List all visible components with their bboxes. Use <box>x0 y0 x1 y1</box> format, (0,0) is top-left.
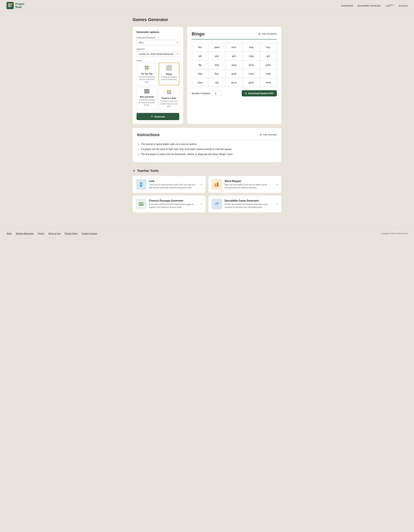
svg-rect-22 <box>144 91 150 92</box>
generator-panel-title: Generator options <box>137 31 179 34</box>
svg-point-30 <box>167 93 168 94</box>
bingo-cell: flex <box>192 43 208 52</box>
footer-link-terms[interactable]: Terms of Use <box>48 232 61 235</box>
tool-card-word-mapper[interactable]: Word Mapper Map any decodable word into … <box>208 176 281 193</box>
footer-link-privacy[interactable]: Privacy Policy <box>65 232 78 235</box>
tool-card-decodable-game[interactable]: Decodable Game Generator Create decodabl… <box>208 196 281 212</box>
tool-info-decodable-game: Decodable Game Generator Create decodabl… <box>225 199 273 209</box>
instruction-item: The teacher or game leader calls out a w… <box>141 142 277 146</box>
tictactoe-title: Tic Tac Toe <box>138 73 156 75</box>
nav-decodable-generator[interactable]: Decodable Generator <box>358 4 381 7</box>
footer-link-pricing[interactable]: Pricing <box>38 232 44 235</box>
footer-link-teacher-resources[interactable]: Teacher Resources <box>16 232 34 235</box>
bingo-cell: slop <box>192 69 208 78</box>
svg-point-15 <box>167 67 168 68</box>
bingo-cell: drum <box>225 78 243 87</box>
bingo-cell: plot <box>208 52 225 61</box>
tool-info-lola: Lola Lola is an AI instructional coach t… <box>149 180 197 189</box>
svg-rect-3 <box>8 6 12 7</box>
tool-info-word-mapper: Word Mapper Map any decodable word into … <box>225 180 273 189</box>
svg-point-32 <box>170 93 171 94</box>
tool-arrow-decodable-game: → <box>275 202 278 206</box>
download-button[interactable]: ⬇ Download Student PDF <box>242 90 277 96</box>
svg-point-45 <box>217 202 219 204</box>
game-grid: X Tic Tac Toe The first to get three wor… <box>137 63 179 110</box>
generate-button[interactable]: ✦ Generate <box>137 113 179 120</box>
bingo-cell: drip <box>208 61 225 69</box>
students-icon <box>258 33 261 35</box>
bingo-cell: help <box>243 43 260 52</box>
svg-point-38 <box>141 183 142 184</box>
logo-icon <box>7 2 14 9</box>
tool-name-word-mapper: Word Mapper <box>225 180 273 183</box>
rollandread-title: Roll and Read <box>138 96 156 98</box>
svg-point-24 <box>167 90 168 91</box>
tool-icon-lola <box>136 179 146 190</box>
footer-link-refer[interactable]: Refer <box>7 232 12 235</box>
game-card-rollandread[interactable]: Roll and Read Roll and try reading all w… <box>137 87 157 110</box>
bingo-header: Bingo FOR STUDENTS <box>192 31 277 37</box>
download-label: Download Student PDF <box>248 92 273 95</box>
bingo-panel: Bingo FOR STUDENTS flexplantbrimhelpflop… <box>187 27 281 124</box>
bingo-icon <box>160 65 178 72</box>
svg-point-33 <box>259 33 260 34</box>
svg-point-10 <box>146 67 148 68</box>
objective-select[interactable]: Lesson 41: Short Vowel Advanced Review <box>137 51 179 57</box>
tool-desc-word-mapper: Map any decodable word into its letter-s… <box>225 183 273 189</box>
for-students-badge: FOR STUDENTS <box>258 33 277 35</box>
rollandread-desc: Roll and try reading all words in a colu… <box>138 99 156 106</box>
footer-links: ReferTeacher ResourcesPricingTerms of Us… <box>7 232 97 235</box>
scope-label: Scope and Sequence <box>137 37 179 39</box>
bingo-cell: grub <box>225 69 243 78</box>
generator-panel: Generator options Scope and Sequence UFL… <box>133 27 183 124</box>
tool-desc-lola: Lola is an AI instructional coach that c… <box>149 183 197 189</box>
footer-copyright: Copyright ©2024 Project Read <box>381 232 407 235</box>
instructions-list: The teacher or game leader calls out a w… <box>137 142 277 156</box>
bingo-cell: flax <box>208 69 225 78</box>
tool-name-lola: Lola <box>149 180 197 183</box>
bingo-cell: bred <box>243 61 260 69</box>
game-label: Game <box>137 59 179 62</box>
bingo-cell: clip <box>208 78 225 87</box>
players-input[interactable] <box>212 91 222 96</box>
svg-point-29 <box>170 92 171 93</box>
page-title: Games Generator <box>133 17 281 22</box>
bingo-cell: melt <box>260 69 277 78</box>
svg-text:X: X <box>145 65 146 67</box>
game-card-tictactoe[interactable]: X Tic Tac Toe The first to get three wor… <box>137 63 157 85</box>
bingo-cell: plum <box>243 78 260 87</box>
instructions-panel: Instructions FOR TEACHER The teacher or … <box>133 128 281 162</box>
readinarow-desc: The first to cover four of their chips i… <box>160 100 178 107</box>
game-card-readinarow[interactable]: Read in a Row The first to cover four of… <box>159 87 179 110</box>
svg-point-28 <box>169 92 170 93</box>
svg-point-20 <box>170 69 171 70</box>
bingo-cell: slit <box>192 52 208 61</box>
logo[interactable]: Project Read <box>7 2 24 9</box>
objective-label: Objective <box>137 48 179 50</box>
players-label: Number of players <box>192 92 210 95</box>
game-card-bingo[interactable]: Bingo The first to complete a line of wo… <box>159 63 179 85</box>
tool-card-fluency-passage[interactable]: Fluency Passage Generator Generate custo… <box>133 196 206 212</box>
nav-lola[interactable]: LolaBETA <box>386 4 394 7</box>
instructions-header: Instructions FOR TEACHER <box>137 133 277 137</box>
tool-info-fluency-passage: Fluency Passage Generator Generate custo… <box>149 199 197 209</box>
svg-point-31 <box>169 93 170 94</box>
tool-arrow-word-mapper: → <box>275 183 278 186</box>
tool-desc-decodable-game: Create decodable word games that allow y… <box>225 203 273 209</box>
svg-point-4 <box>11 3 13 5</box>
footer-link-contact[interactable]: Contact Support <box>82 232 97 235</box>
tool-icon-decodable-game <box>212 199 222 209</box>
nav: Dashboard Decodable Generator LolaBETA A… <box>341 4 407 7</box>
bingo-card-title: Bingo <box>160 73 178 75</box>
players-group: Number of players <box>192 91 222 96</box>
main-content: Games Generator Generator options Scope … <box>129 11 285 229</box>
nav-account[interactable]: Account <box>399 4 407 7</box>
scope-select[interactable]: UFLI <box>137 40 179 45</box>
instruction-item: The first player to mark a full row (hor… <box>141 152 277 156</box>
nav-dashboard[interactable]: Dashboard <box>341 4 353 7</box>
objective-select-wrapper: Lesson 41: Short Vowel Advanced Review ▾ <box>137 51 179 57</box>
scope-select-wrapper: UFLI ▾ <box>137 40 179 45</box>
tool-card-lola[interactable]: Lola Lola is an AI instructional coach t… <box>133 176 206 193</box>
teacher-tools-header: ✦ Teacher Tools <box>133 169 281 173</box>
generate-icon: ✦ <box>151 115 153 118</box>
